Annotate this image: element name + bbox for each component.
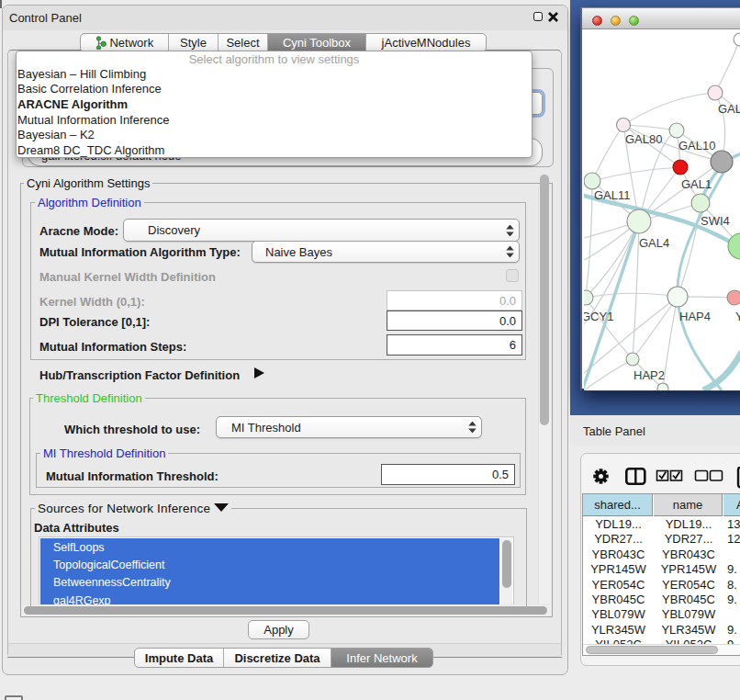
svg-text:GAL80: GAL80 [625, 132, 662, 146]
svg-text:HAP4: HAP4 [679, 310, 711, 323]
svg-text:HAP2: HAP2 [633, 368, 665, 382]
svg-text:GAL2: GAL2 [718, 102, 740, 116]
svg-text:GAL10: GAL10 [678, 139, 715, 152]
svg-text:Y: Y [735, 310, 740, 323]
svg-text:GCY1: GCY1 [584, 310, 613, 323]
svg-text:GAL4: GAL4 [639, 236, 669, 250]
svg-text:SWI4: SWI4 [701, 214, 730, 228]
svg-text:GAL1: GAL1 [681, 177, 712, 191]
svg-text:GAL11: GAL11 [594, 188, 631, 202]
